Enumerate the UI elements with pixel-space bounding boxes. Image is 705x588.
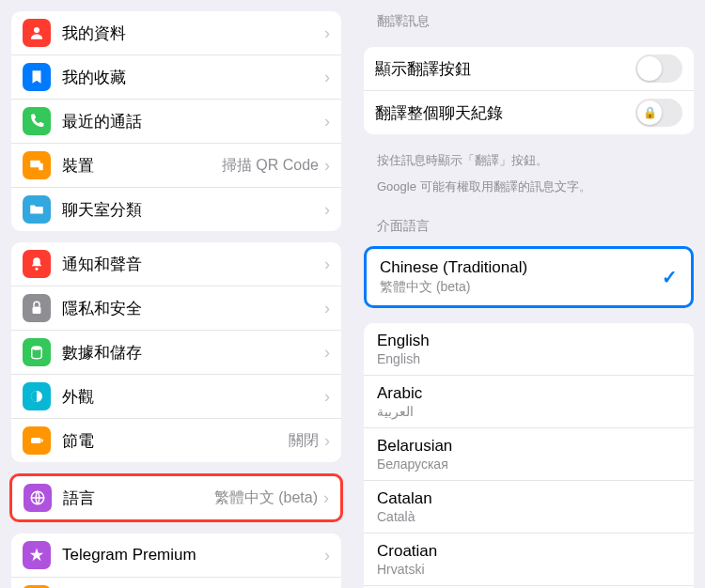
row-label: 通知和聲音: [62, 254, 324, 275]
lock-icon: [23, 294, 51, 322]
settings-left-pane: 我的資料›我的收藏›最近的通話›裝置掃描 QR Code›聊天室分類› 通知和聲…: [0, 0, 352, 588]
row-value: 掃描 QR Code: [222, 156, 319, 176]
settings-row-g1-3[interactable]: 裝置掃描 QR Code›: [11, 144, 341, 188]
row-label: 隱私和安全: [62, 298, 324, 319]
battery-icon: [23, 426, 51, 455]
section-header-translate: 翻譯訊息: [364, 0, 694, 36]
bookmark-icon: [23, 63, 51, 91]
language-title: Arabic: [377, 384, 681, 403]
row-label: 聊天室分類: [62, 199, 324, 221]
lock-icon: 🔒: [643, 106, 657, 119]
settings-group-general: 通知和聲音›隱私和安全›數據和儲存›外觀›節電關閉›: [11, 242, 341, 462]
row-label: 語言: [63, 487, 214, 509]
toggle-switch[interactable]: [635, 54, 682, 83]
globe-icon: [24, 484, 52, 512]
translate-row-0[interactable]: 顯示翻譯按鈕: [364, 47, 694, 91]
language-native: Català: [377, 509, 681, 524]
folder-icon: [23, 195, 51, 224]
chevron-right-icon: ›: [324, 255, 330, 274]
row-label: 最近的通話: [62, 111, 324, 132]
settings-row-g2-1[interactable]: 隱私和安全›: [11, 286, 341, 331]
chevron-right-icon: ›: [324, 156, 330, 176]
settings-row-language[interactable]: 語言繁體中文 (beta)›: [12, 476, 340, 519]
svg-rect-1: [30, 161, 40, 168]
language-native: العربية: [377, 404, 681, 419]
svg-point-5: [32, 346, 42, 350]
translate-group: 顯示翻譯按鈕翻譯整個聊天紀錄🔒: [364, 47, 694, 134]
section-header-interface-language: 介面語言: [364, 205, 694, 240]
row-label: 我的資料: [62, 23, 324, 44]
language-title: Belarusian: [377, 437, 681, 456]
chevron-right-icon: ›: [324, 343, 330, 363]
chevron-right-icon: ›: [324, 23, 330, 43]
appearance-icon: [23, 382, 51, 410]
svg-rect-4: [33, 307, 41, 315]
chevron-right-icon: ›: [324, 200, 330, 220]
row-label: 顯示翻譯按鈕: [375, 58, 635, 80]
settings-row-g1-0[interactable]: 我的資料›: [11, 11, 341, 55]
settings-row-g1-1[interactable]: 我的收藏›: [11, 55, 341, 100]
star-icon: [23, 541, 51, 569]
language-title: Croatian: [377, 542, 681, 561]
settings-right-pane: 翻譯訊息 顯示翻譯按鈕翻譯整個聊天紀錄🔒 按住訊息時顯示「翻譯」按鈕。 Goog…: [352, 0, 705, 588]
chevron-right-icon: ›: [323, 488, 329, 508]
row-label: 節電: [62, 430, 289, 452]
chevron-right-icon: ›: [324, 546, 330, 565]
language-option[interactable]: BelarusianБеларуская: [364, 428, 694, 481]
data-icon: [23, 338, 51, 366]
translate-footnote: 按住訊息時顯示「翻譯」按鈕。 Google 可能有權取用翻譯的訊息文字。: [364, 146, 694, 205]
row-value: 關閉: [289, 431, 319, 451]
selected-language-row[interactable]: Chinese (Traditional) 繁體中文 (beta) ✓: [364, 246, 694, 308]
language-option[interactable]: Arabicالعربية: [364, 376, 694, 428]
settings-row-g1-4[interactable]: 聊天室分類›: [11, 188, 341, 231]
svg-point-3: [36, 268, 39, 271]
language-list: EnglishEnglishArabicالعربيةBelarusianБел…: [364, 323, 694, 588]
language-row-highlighted: 語言繁體中文 (beta)›: [9, 473, 343, 522]
language-option[interactable]: CatalanCatalà: [364, 481, 694, 534]
selected-language-title: Chinese (Traditional): [380, 258, 662, 277]
settings-row-g1-2[interactable]: 最近的通話›: [11, 100, 341, 144]
settings-row-g2-0[interactable]: 通知和聲音›: [11, 242, 341, 286]
selected-language-sub: 繁體中文 (beta): [380, 279, 662, 296]
devices-icon: [23, 151, 51, 179]
chevron-right-icon: ›: [324, 431, 330, 451]
row-label: 裝置: [62, 155, 222, 177]
svg-rect-8: [41, 440, 43, 442]
checkmark-icon: ✓: [662, 266, 678, 288]
row-label: Telegram Premium: [62, 546, 324, 565]
row-label: 翻譯整個聊天紀錄: [375, 102, 635, 124]
language-native: Hrvatski: [377, 562, 681, 577]
toggle-switch[interactable]: 🔒: [635, 99, 682, 127]
settings-row-g2-2[interactable]: 數據和儲存›: [11, 331, 341, 375]
language-native: English: [377, 351, 681, 366]
language-option[interactable]: CroatianHrvatski: [364, 534, 694, 586]
settings-row-g3-1[interactable]: 我的星星›: [11, 578, 341, 588]
bell-icon: [23, 250, 51, 278]
svg-rect-2: [39, 163, 43, 171]
row-label: 外觀: [62, 386, 324, 408]
settings-row-g2-4[interactable]: 節電關閉›: [11, 419, 341, 462]
phone-icon: [23, 107, 51, 135]
settings-group-profile: 我的資料›我的收藏›最近的通話›裝置掃描 QR Code›聊天室分類›: [11, 11, 341, 231]
language-title: Catalan: [377, 489, 681, 508]
settings-row-g2-3[interactable]: 外觀›: [11, 375, 341, 419]
settings-row-g3-0[interactable]: Telegram Premium›: [11, 534, 341, 578]
language-title: English: [377, 332, 681, 350]
row-label: 數據和儲存: [62, 342, 324, 364]
translate-row-1[interactable]: 翻譯整個聊天紀錄🔒: [364, 91, 694, 134]
language-native: Беларуская: [377, 456, 681, 472]
settings-group-premium: Telegram Premium›我的星星›Telegram 企業新›: [11, 534, 341, 588]
svg-point-0: [34, 27, 39, 33]
chevron-right-icon: ›: [324, 299, 330, 318]
chevron-right-icon: ›: [324, 68, 330, 87]
person-icon: [23, 19, 51, 47]
svg-rect-7: [31, 438, 41, 443]
chevron-right-icon: ›: [324, 112, 330, 132]
language-option[interactable]: EnglishEnglish: [364, 323, 694, 376]
row-label: 我的收藏: [62, 67, 324, 88]
chevron-right-icon: ›: [324, 387, 330, 407]
row-value: 繁體中文 (beta): [214, 488, 318, 508]
